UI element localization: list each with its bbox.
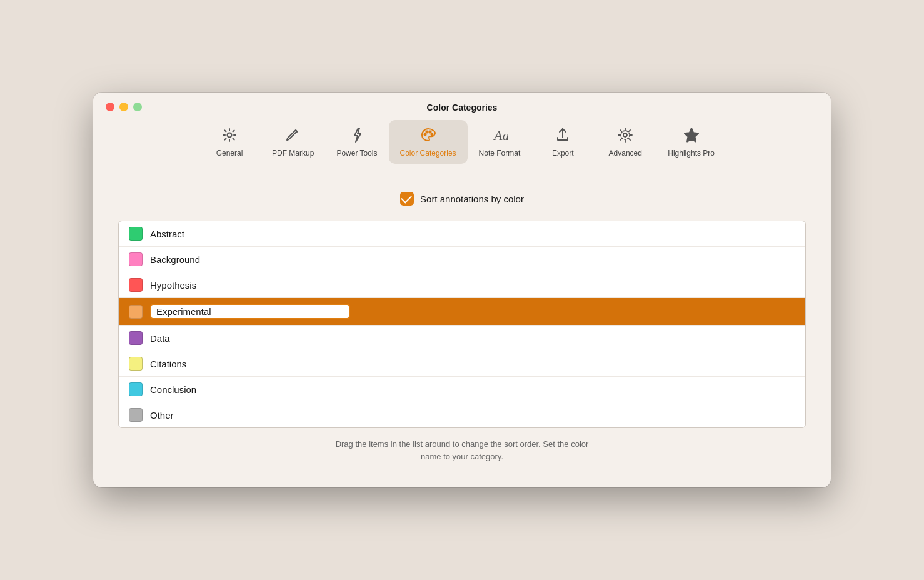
item-label-background: Background [150,254,200,265]
tab-export[interactable]: Export [531,120,594,164]
tab-advanced[interactable]: Advanced [594,120,656,164]
tab-color-categories[interactable]: Color Categories [389,120,468,164]
tab-pdf-markup[interactable]: PDF Markup [261,120,325,164]
list-item[interactable]: Other [119,402,805,428]
text-icon: Aa [491,126,508,146]
list-item[interactable]: Abstract [119,221,805,247]
list-item[interactable]: Citations [119,351,805,377]
pencil-icon [284,126,302,146]
svg-point-2 [426,131,428,133]
sort-checkbox[interactable] [400,192,414,206]
item-label-abstract: Abstract [150,229,184,239]
color-swatch-data[interactable] [129,331,143,345]
gear-icon [221,126,238,146]
tab-general-label: General [216,149,243,158]
tab-power-tools-label: Power Tools [336,149,377,158]
tab-note-format-label: Note Format [479,149,521,158]
tab-export-label: Export [552,149,574,158]
main-content: Sort annotations by color Abstract Backg… [93,173,831,488]
svg-point-0 [228,133,232,138]
titlebar: Color Categories [93,92,831,112]
list-item[interactable]: Data [119,326,805,351]
tab-highlights-pro-label: Highlights Pro [668,149,715,158]
tab-advanced-label: Advanced [609,149,642,158]
color-swatch-background[interactable] [129,252,143,266]
tab-color-categories-label: Color Categories [400,149,456,158]
tab-general[interactable]: General [198,120,261,164]
color-swatch-experimental[interactable] [129,305,143,319]
item-label-hypothesis: Hypothesis [150,280,196,291]
toolbar: General PDF Markup Power Tools [93,112,831,164]
tab-note-format[interactable]: Aa Note Format [468,120,532,164]
color-swatch-other[interactable] [129,408,143,422]
main-window: Color Categories General PDF Markup [93,92,831,488]
list-item[interactable]: Conclusion [119,377,805,402]
color-swatch-conclusion[interactable] [129,382,143,396]
window-title: Color Categories [427,102,498,112]
list-item[interactable]: Hypothesis [119,272,805,298]
svg-point-3 [429,131,431,133]
item-input-experimental[interactable] [150,304,350,319]
svg-point-7 [621,131,630,139]
export-icon [554,126,571,146]
svg-text:Aa: Aa [493,128,508,143]
svg-marker-8 [685,128,698,142]
hint-text: Drag the items in the list around to cha… [118,438,806,462]
item-label-citations: Citations [150,359,186,369]
traffic-lights [106,102,142,111]
color-swatch-hypothesis[interactable] [129,278,143,292]
svg-point-1 [424,134,426,136]
sort-label: Sort annotations by color [420,194,524,204]
categories-list: Abstract Background Hypothesis Data [118,221,806,428]
minimize-button[interactable] [119,102,128,111]
color-swatch-citations[interactable] [129,357,143,371]
palette-icon [419,126,437,146]
sort-row: Sort annotations by color [118,192,806,206]
star-icon [683,126,700,146]
tab-pdf-markup-label: PDF Markup [272,149,314,158]
svg-point-4 [431,134,433,136]
item-label-conclusion: Conclusion [150,384,196,395]
tab-power-tools[interactable]: Power Tools [325,120,388,164]
close-button[interactable] [106,102,114,111]
color-swatch-abstract[interactable] [129,227,143,241]
svg-point-6 [623,133,627,137]
bolt-icon [348,126,366,146]
maximize-button[interactable] [133,102,142,111]
item-label-other: Other [150,410,174,421]
list-item[interactable]: Background [119,247,805,272]
gear-advanced-icon [616,126,634,146]
tab-highlights-pro[interactable]: Highlights Pro [656,120,726,164]
item-label-data: Data [150,333,170,344]
list-item-selected[interactable] [119,298,805,326]
